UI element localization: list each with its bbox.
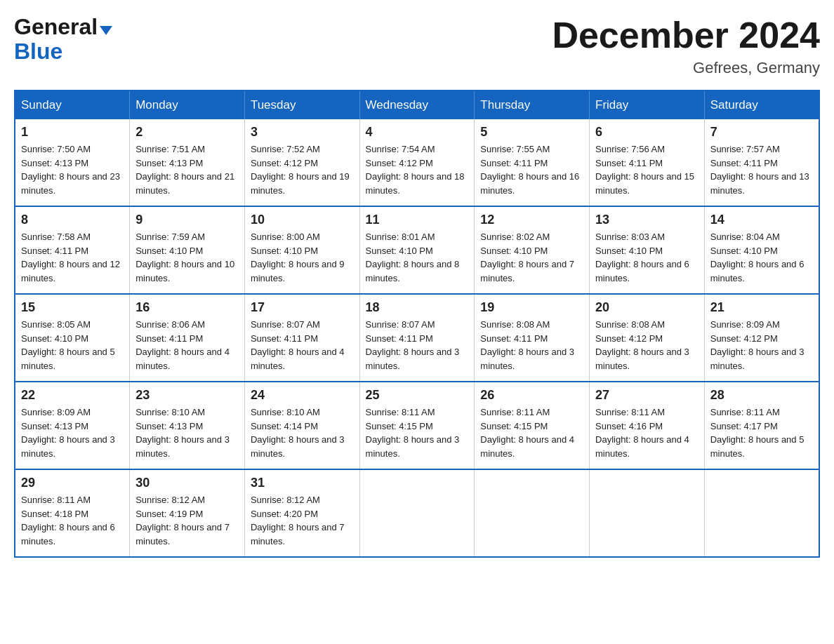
col-saturday: Saturday [704, 90, 819, 119]
calendar-cell: 12Sunrise: 8:02 AMSunset: 4:10 PMDayligh… [475, 206, 590, 294]
calendar-cell: 8Sunrise: 7:58 AMSunset: 4:11 PMDaylight… [15, 206, 130, 294]
day-number: 31 [251, 476, 354, 490]
col-monday: Monday [130, 90, 245, 119]
calendar-week-row: 22Sunrise: 8:09 AMSunset: 4:13 PMDayligh… [15, 382, 819, 469]
day-number: 10 [251, 213, 354, 227]
day-number: 28 [710, 388, 813, 403]
day-info: Sunrise: 8:05 AMSunset: 4:10 PMDaylight:… [21, 318, 124, 373]
day-number: 6 [595, 125, 699, 140]
day-number: 8 [21, 213, 124, 227]
calendar-cell: 1Sunrise: 7:50 AMSunset: 4:13 PMDaylight… [15, 119, 130, 206]
day-info: Sunrise: 7:50 AMSunset: 4:13 PMDaylight:… [21, 142, 124, 197]
calendar-cell: 18Sunrise: 8:07 AMSunset: 4:11 PMDayligh… [359, 294, 475, 382]
day-info: Sunrise: 8:00 AMSunset: 4:10 PMDaylight:… [251, 230, 354, 285]
calendar-header-row: Sunday Monday Tuesday Wednesday Thursday… [15, 90, 819, 119]
day-number: 14 [710, 213, 813, 227]
day-info: Sunrise: 8:12 AMSunset: 4:19 PMDaylight:… [135, 493, 239, 548]
day-number: 2 [135, 125, 239, 140]
day-info: Sunrise: 8:04 AMSunset: 4:10 PMDaylight:… [710, 230, 813, 285]
day-number: 16 [135, 300, 239, 315]
calendar-cell: 6Sunrise: 7:56 AMSunset: 4:11 PMDaylight… [590, 119, 705, 206]
calendar-cell: 15Sunrise: 8:05 AMSunset: 4:10 PMDayligh… [15, 294, 130, 382]
logo-general-text: General [14, 14, 98, 40]
day-number: 29 [21, 476, 124, 490]
day-number: 22 [21, 388, 124, 403]
day-number: 26 [480, 388, 583, 403]
calendar-cell: 3Sunrise: 7:52 AMSunset: 4:12 PMDaylight… [244, 119, 359, 206]
day-number: 21 [710, 300, 813, 315]
calendar-cell: 31Sunrise: 8:12 AMSunset: 4:20 PMDayligh… [244, 469, 359, 557]
day-info: Sunrise: 7:56 AMSunset: 4:11 PMDaylight:… [595, 142, 699, 197]
day-number: 4 [366, 125, 469, 140]
calendar-cell: 19Sunrise: 8:08 AMSunset: 4:11 PMDayligh… [475, 294, 590, 382]
day-info: Sunrise: 7:59 AMSunset: 4:10 PMDaylight:… [135, 230, 239, 285]
day-info: Sunrise: 8:10 AMSunset: 4:14 PMDaylight:… [251, 405, 354, 460]
day-number: 3 [251, 125, 354, 140]
location-text: Gefrees, Germany [552, 59, 820, 77]
calendar-cell [704, 469, 819, 557]
day-info: Sunrise: 7:58 AMSunset: 4:11 PMDaylight:… [21, 230, 124, 285]
calendar-cell: 28Sunrise: 8:11 AMSunset: 4:17 PMDayligh… [704, 382, 819, 469]
calendar-cell: 30Sunrise: 8:12 AMSunset: 4:19 PMDayligh… [130, 469, 245, 557]
day-info: Sunrise: 8:11 AMSunset: 4:15 PMDaylight:… [366, 405, 469, 460]
day-number: 1 [21, 125, 124, 140]
calendar-week-row: 29Sunrise: 8:11 AMSunset: 4:18 PMDayligh… [15, 469, 819, 557]
calendar-cell: 26Sunrise: 8:11 AMSunset: 4:15 PMDayligh… [475, 382, 590, 469]
day-info: Sunrise: 8:10 AMSunset: 4:13 PMDaylight:… [135, 405, 239, 460]
calendar-cell [475, 469, 590, 557]
calendar-cell: 4Sunrise: 7:54 AMSunset: 4:12 PMDaylight… [359, 119, 475, 206]
calendar-cell: 17Sunrise: 8:07 AMSunset: 4:11 PMDayligh… [244, 294, 359, 382]
calendar-cell: 14Sunrise: 8:04 AMSunset: 4:10 PMDayligh… [704, 206, 819, 294]
calendar-cell: 27Sunrise: 8:11 AMSunset: 4:16 PMDayligh… [590, 382, 705, 469]
day-info: Sunrise: 8:07 AMSunset: 4:11 PMDaylight:… [251, 318, 354, 373]
col-thursday: Thursday [475, 90, 590, 119]
col-tuesday: Tuesday [244, 90, 359, 119]
calendar-cell [359, 469, 475, 557]
day-number: 24 [251, 388, 354, 403]
day-number: 23 [135, 388, 239, 403]
calendar-cell: 10Sunrise: 8:00 AMSunset: 4:10 PMDayligh… [244, 206, 359, 294]
day-info: Sunrise: 8:08 AMSunset: 4:12 PMDaylight:… [595, 318, 699, 373]
day-info: Sunrise: 7:51 AMSunset: 4:13 PMDaylight:… [135, 142, 239, 197]
page-header: General Blue December 2024 Gefrees, Germ… [14, 14, 820, 77]
calendar-cell: 23Sunrise: 8:10 AMSunset: 4:13 PMDayligh… [130, 382, 245, 469]
day-info: Sunrise: 7:55 AMSunset: 4:11 PMDaylight:… [480, 142, 583, 197]
calendar-cell: 13Sunrise: 8:03 AMSunset: 4:10 PMDayligh… [590, 206, 705, 294]
day-number: 12 [480, 213, 583, 227]
day-number: 7 [710, 125, 813, 140]
day-info: Sunrise: 7:57 AMSunset: 4:11 PMDaylight:… [710, 142, 813, 197]
calendar-week-row: 8Sunrise: 7:58 AMSunset: 4:11 PMDaylight… [15, 206, 819, 294]
logo: General Blue [14, 14, 112, 65]
day-number: 20 [595, 300, 699, 315]
calendar-week-row: 1Sunrise: 7:50 AMSunset: 4:13 PMDaylight… [15, 119, 819, 206]
day-info: Sunrise: 8:02 AMSunset: 4:10 PMDaylight:… [480, 230, 583, 285]
day-info: Sunrise: 8:08 AMSunset: 4:11 PMDaylight:… [480, 318, 583, 373]
calendar-cell: 7Sunrise: 7:57 AMSunset: 4:11 PMDaylight… [704, 119, 819, 206]
day-info: Sunrise: 7:54 AMSunset: 4:12 PMDaylight:… [366, 142, 469, 197]
day-number: 13 [595, 213, 699, 227]
day-info: Sunrise: 7:52 AMSunset: 4:12 PMDaylight:… [251, 142, 354, 197]
calendar-week-row: 15Sunrise: 8:05 AMSunset: 4:10 PMDayligh… [15, 294, 819, 382]
day-number: 27 [595, 388, 699, 403]
calendar-cell: 2Sunrise: 7:51 AMSunset: 4:13 PMDaylight… [130, 119, 245, 206]
calendar-cell [590, 469, 705, 557]
day-number: 17 [251, 300, 354, 315]
col-friday: Friday [590, 90, 705, 119]
day-info: Sunrise: 8:11 AMSunset: 4:15 PMDaylight:… [480, 405, 583, 460]
day-info: Sunrise: 8:09 AMSunset: 4:13 PMDaylight:… [21, 405, 124, 460]
calendar-cell: 29Sunrise: 8:11 AMSunset: 4:18 PMDayligh… [15, 469, 130, 557]
day-number: 11 [366, 213, 469, 227]
calendar-cell: 9Sunrise: 7:59 AMSunset: 4:10 PMDaylight… [130, 206, 245, 294]
logo-triangle-icon [100, 26, 112, 35]
calendar-cell: 24Sunrise: 8:10 AMSunset: 4:14 PMDayligh… [244, 382, 359, 469]
day-number: 9 [135, 213, 239, 227]
calendar-table: Sunday Monday Tuesday Wednesday Thursday… [14, 90, 820, 558]
calendar-cell: 22Sunrise: 8:09 AMSunset: 4:13 PMDayligh… [15, 382, 130, 469]
logo-blue-text: Blue [14, 39, 62, 65]
calendar-cell: 5Sunrise: 7:55 AMSunset: 4:11 PMDaylight… [475, 119, 590, 206]
calendar-cell: 16Sunrise: 8:06 AMSunset: 4:11 PMDayligh… [130, 294, 245, 382]
day-number: 18 [366, 300, 469, 315]
day-info: Sunrise: 8:01 AMSunset: 4:10 PMDaylight:… [366, 230, 469, 285]
day-number: 19 [480, 300, 583, 315]
day-number: 15 [21, 300, 124, 315]
